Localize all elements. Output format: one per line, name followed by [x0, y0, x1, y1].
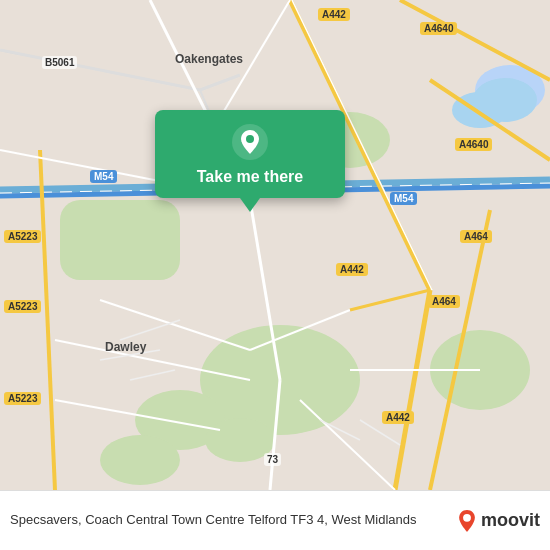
road-label-a464-right: A464 [460, 230, 492, 243]
road-label-a4640-mid: A4640 [455, 138, 492, 151]
road-label-73: 73 [264, 453, 281, 466]
moovit-pin-icon [456, 510, 478, 532]
take-me-there-button[interactable]: Take me there [197, 168, 303, 186]
place-label-oakengates: Oakengates [175, 52, 243, 66]
road-label-a4640-top: A4640 [420, 22, 457, 35]
place-label-dawley: Dawley [105, 340, 146, 354]
svg-rect-6 [60, 200, 180, 280]
road-label-a442-bot: A442 [382, 411, 414, 424]
moovit-logo: moovit [456, 510, 540, 532]
map-container: A442 A4640 A4640 B5061 M54 M54 A5223 A52… [0, 0, 550, 490]
road-label-m54-right: M54 [390, 192, 417, 205]
road-label-a5223-mid: A5223 [4, 300, 41, 313]
svg-point-43 [246, 135, 254, 143]
location-description: Specsavers, Coach Central Town Centre Te… [10, 512, 448, 529]
road-label-a442-top: A442 [318, 8, 350, 21]
svg-point-9 [100, 435, 180, 485]
bottom-bar: Specsavers, Coach Central Town Centre Te… [0, 490, 550, 550]
location-pin-icon [232, 124, 268, 160]
svg-point-44 [463, 513, 471, 521]
road-label-b5061: B5061 [42, 56, 77, 69]
road-label-a442-mid: A442 [336, 263, 368, 276]
road-label-a5223-bot: A5223 [4, 392, 41, 405]
road-label-a464-bot: A464 [428, 295, 460, 308]
moovit-text: moovit [481, 510, 540, 531]
map-popup: Take me there [155, 110, 345, 198]
road-label-a5223-top: A5223 [4, 230, 41, 243]
road-label-m54-left: M54 [90, 170, 117, 183]
